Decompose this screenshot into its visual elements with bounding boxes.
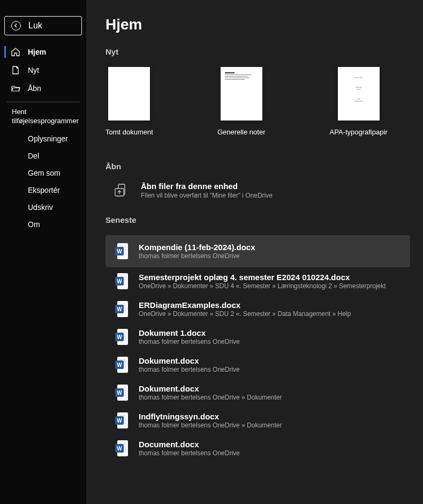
recent-file-name: Dokument.docx	[139, 384, 282, 393]
recent-item[interactable]: W Semesterprojekt oplæg 4. semester E202…	[105, 267, 410, 295]
nav-new-label: Nyt	[28, 66, 39, 74]
recent-item[interactable]: W ERDiagramExamples.docx OneDrive » Doku…	[105, 295, 410, 323]
template-blank-thumb	[108, 67, 150, 121]
recent-file-name: Indflytningssyn.docx	[139, 412, 282, 421]
recent-file-path: thomas folmer bertelsens OneDrive	[139, 338, 240, 345]
word-document-icon: W	[115, 301, 128, 317]
recent-file-name: ERDiagramExamples.docx	[139, 300, 351, 310]
recent-item[interactable]: W Dokument.docx thomas folmer bertelsens…	[105, 379, 410, 407]
nav-open[interactable]: Åbn	[4, 79, 82, 97]
template-row: Tomt dokument Generelle noter ━━━━ ━━━━━…	[105, 67, 410, 136]
page-title: Hjem	[105, 16, 410, 33]
template-apa[interactable]: ━━━━ ━━━━━━━━━━━━━━━━━━━━━━━━ APA-typogr…	[330, 67, 388, 136]
nav-export[interactable]: Eksportér	[4, 182, 82, 199]
close-label: Luk	[28, 21, 42, 31]
close-button[interactable]: Luk	[4, 16, 82, 35]
nav-saveas[interactable]: Gem som	[4, 164, 82, 182]
nav-home[interactable]: Hjem	[4, 43, 82, 61]
open-from-device[interactable]: Åbn filer fra denne enhed Filen vil bliv…	[114, 182, 410, 199]
word-document-icon: W	[115, 273, 128, 289]
word-document-icon: W	[115, 385, 128, 401]
section-open-title: Åbn	[105, 162, 410, 171]
recent-item[interactable]: W Indflytningssyn.docx thomas folmer ber…	[105, 407, 410, 434]
recent-file-path: thomas folmer bertelsens OneDrive » Doku…	[139, 394, 282, 401]
nav-new[interactable]: Nyt	[4, 61, 82, 79]
template-apa-label: APA-typografipapir	[330, 128, 388, 136]
nav-home-label: Hjem	[28, 48, 46, 56]
recent-list: W Kompendie (11-feb-2024).docx thomas fo…	[105, 235, 410, 462]
home-icon	[11, 47, 20, 57]
template-blank[interactable]: Tomt dokument	[105, 67, 153, 136]
main-content: Hjem Nyt Tomt dokument Generelle noter ━…	[86, 0, 423, 504]
nav-addins[interactable]: Hent tilføjelsesprogrammer	[4, 106, 82, 130]
recent-file-name: Dokument.docx	[139, 356, 240, 365]
recent-file-path: OneDrive » Dokumenter » SDU 4 «. Semeste…	[139, 282, 386, 290]
open-device-title: Åbn filer fra denne enhed	[141, 182, 273, 191]
template-apa-thumb: ━━━━ ━━━━━━━━━━━━━━━━━━━━━━━━	[338, 67, 380, 121]
recent-item[interactable]: W Dokument.docx thomas folmer bertelsens…	[105, 351, 410, 379]
recent-file-path: OneDrive » Dokumenter » SDU 2 «. Semeste…	[139, 310, 351, 318]
template-notes-thumb	[221, 67, 262, 121]
word-document-icon: W	[115, 357, 128, 373]
sidebar: Luk Hjem Nyt Åbn Hent tilføjelsesprogram…	[0, 0, 86, 504]
word-document-icon: W	[115, 329, 128, 345]
recent-file-path: thomas folmer bertelsens OneDrive	[139, 366, 240, 373]
recent-item[interactable]: W Kompendie (11-feb-2024).docx thomas fo…	[105, 235, 410, 267]
recent-file-name: Semesterprojekt oplæg 4. semester E2024 …	[139, 273, 386, 282]
section-new-title: Nyt	[105, 47, 410, 56]
recent-file-name: Kompendie (11-feb-2024).docx	[139, 243, 255, 252]
template-notes[interactable]: Generelle noter	[217, 67, 266, 136]
open-device-subtitle: Filen vil blive overført til "Mine filer…	[141, 192, 273, 199]
section-recent-title: Seneste	[105, 215, 410, 224]
recent-file-path: thomas folmer bertelsens OneDrive	[139, 449, 240, 457]
document-icon	[11, 65, 20, 75]
word-document-icon: W	[115, 412, 128, 428]
template-notes-label: Generelle noter	[217, 128, 266, 136]
recent-file-path: thomas folmer bertelsens OneDrive » Doku…	[139, 422, 282, 429]
template-blank-label: Tomt dokument	[105, 128, 153, 136]
folder-open-icon	[11, 84, 20, 93]
sidebar-divider	[6, 102, 80, 102]
nav-open-label: Åbn	[28, 84, 41, 93]
recent-file-name: Document.docx	[139, 440, 240, 449]
nav-share[interactable]: Del	[4, 147, 82, 164]
word-document-icon: W	[115, 243, 128, 259]
nav-print[interactable]: Udskriv	[4, 199, 82, 216]
recent-file-name: Dokument 1.docx	[139, 328, 240, 337]
back-arrow-icon	[11, 21, 21, 31]
nav-about[interactable]: Om	[4, 216, 82, 233]
recent-item[interactable]: W Dokument 1.docx thomas folmer bertelse…	[105, 323, 410, 351]
nav-addins-label: Hent tilføjelsesprogrammer	[12, 108, 79, 125]
nav-info[interactable]: Oplysninger	[4, 130, 82, 147]
recent-file-path: thomas folmer bertelsens OneDrive	[139, 252, 255, 260]
recent-item[interactable]: W Document.docx thomas folmer bertelsens…	[105, 434, 410, 462]
word-document-icon: W	[115, 440, 128, 456]
device-icon	[114, 183, 129, 198]
